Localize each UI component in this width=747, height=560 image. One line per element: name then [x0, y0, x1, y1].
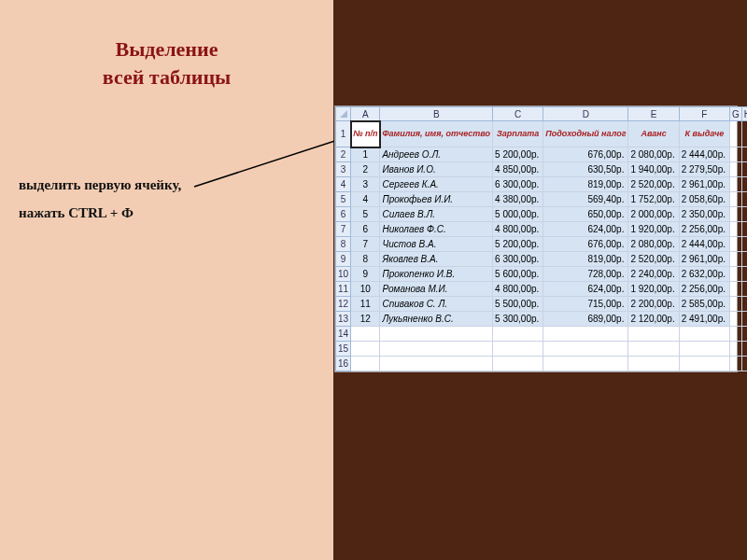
cell[interactable]: 7: [351, 237, 380, 252]
cell[interactable]: [729, 192, 741, 207]
cell[interactable]: 819,00р.: [543, 177, 628, 192]
cell[interactable]: Иванов И.О.: [380, 162, 493, 177]
cell[interactable]: Яковлев В.А.: [380, 252, 493, 267]
cell[interactable]: 1 752,00р.: [628, 192, 679, 207]
cell[interactable]: К выдаче: [679, 121, 729, 147]
cell[interactable]: [628, 342, 679, 357]
cell[interactable]: 4: [351, 192, 380, 207]
cell[interactable]: Николаев Ф.С.: [380, 222, 493, 237]
cell[interactable]: Аванс: [628, 121, 679, 147]
cell[interactable]: Прокопенко И.В.: [380, 267, 493, 282]
cell[interactable]: [543, 327, 628, 342]
cell[interactable]: [741, 297, 747, 312]
cell[interactable]: [543, 357, 628, 371]
cell[interactable]: 6: [351, 222, 380, 237]
cell[interactable]: 2 585,00р.: [679, 297, 729, 312]
cell[interactable]: 650,00р.: [543, 207, 628, 222]
col-header[interactable]: D: [543, 107, 628, 121]
cell[interactable]: 819,00р.: [543, 252, 628, 267]
col-header[interactable]: A: [351, 107, 380, 121]
cell[interactable]: [729, 252, 741, 267]
cell[interactable]: Силаев В.Л.: [380, 207, 493, 222]
cell[interactable]: [741, 222, 747, 237]
cell[interactable]: [679, 357, 729, 371]
cell[interactable]: [729, 147, 741, 162]
cell[interactable]: 9: [351, 267, 380, 282]
cell[interactable]: [380, 357, 493, 371]
cell[interactable]: 624,00р.: [543, 222, 628, 237]
cell[interactable]: 4 380,00р.: [493, 192, 543, 207]
cell[interactable]: [741, 192, 747, 207]
row-header[interactable]: 4: [336, 177, 351, 192]
cell[interactable]: [729, 222, 741, 237]
cell[interactable]: 5 000,00р.: [493, 207, 543, 222]
cell[interactable]: 2 000,00р.: [628, 207, 679, 222]
cell[interactable]: 4 800,00р.: [493, 282, 543, 297]
cell[interactable]: [380, 342, 493, 357]
cell[interactable]: [741, 147, 747, 162]
cell[interactable]: [729, 297, 741, 312]
cell[interactable]: [741, 237, 747, 252]
cell[interactable]: [679, 342, 729, 357]
cell[interactable]: 3: [351, 177, 380, 192]
cell[interactable]: Романова М.И.: [380, 282, 493, 297]
cell[interactable]: 2 491,00р.: [679, 312, 729, 327]
cell[interactable]: 2 444,00р.: [679, 147, 729, 162]
cell-a1[interactable]: № п/п: [351, 121, 380, 147]
cell[interactable]: 2 279,50р.: [679, 162, 729, 177]
row-header[interactable]: 2: [336, 147, 351, 162]
cell[interactable]: [493, 327, 543, 342]
cell[interactable]: 569,40р.: [543, 192, 628, 207]
cell[interactable]: 1 920,00р.: [628, 222, 679, 237]
cell[interactable]: [741, 327, 747, 342]
cell[interactable]: 2 080,00р.: [628, 147, 679, 162]
row-header[interactable]: 3: [336, 162, 351, 177]
cell[interactable]: 5: [351, 207, 380, 222]
cell[interactable]: [628, 357, 679, 371]
cell[interactable]: Фамилия, имя, отчество: [380, 121, 493, 147]
cell[interactable]: [351, 327, 380, 342]
cell[interactable]: 2 240,00р.: [628, 267, 679, 282]
cell[interactable]: [729, 237, 741, 252]
cell[interactable]: [741, 207, 747, 222]
cell[interactable]: [493, 342, 543, 357]
cell[interactable]: 715,00р.: [543, 297, 628, 312]
cell[interactable]: [729, 267, 741, 282]
cell[interactable]: 6 300,00р.: [493, 252, 543, 267]
row-header[interactable]: 6: [336, 207, 351, 222]
cell[interactable]: 2 632,00р.: [679, 267, 729, 282]
cell[interactable]: [729, 327, 741, 342]
cell[interactable]: [741, 357, 747, 371]
cell[interactable]: Прокофьев И.И.: [380, 192, 493, 207]
cell[interactable]: 2 200,00р.: [628, 297, 679, 312]
cell[interactable]: 630,50р.: [543, 162, 628, 177]
cell[interactable]: 2 256,00р.: [679, 222, 729, 237]
cell[interactable]: 5 600,00р.: [493, 267, 543, 282]
cell[interactable]: Сергеев К.А.: [380, 177, 493, 192]
cell[interactable]: 2 961,00р.: [679, 252, 729, 267]
cell[interactable]: [729, 121, 741, 147]
row-header[interactable]: 14: [336, 327, 351, 342]
row-header[interactable]: 11: [336, 282, 351, 297]
cell[interactable]: 5 500,00р.: [493, 297, 543, 312]
cell[interactable]: 5 300,00р.: [493, 312, 543, 327]
cell[interactable]: Чистов В.А.: [380, 237, 493, 252]
cell[interactable]: 2 256,00р.: [679, 282, 729, 297]
cell[interactable]: [729, 207, 741, 222]
cell[interactable]: 2 120,00р.: [628, 312, 679, 327]
cell[interactable]: [729, 312, 741, 327]
row-header[interactable]: 16: [336, 357, 351, 371]
cell[interactable]: 4 800,00р.: [493, 222, 543, 237]
cell[interactable]: 5 200,00р.: [493, 237, 543, 252]
cell[interactable]: [741, 312, 747, 327]
row-header[interactable]: 12: [336, 297, 351, 312]
cell[interactable]: 5 200,00р.: [493, 147, 543, 162]
cell[interactable]: [741, 267, 747, 282]
cell[interactable]: 2: [351, 162, 380, 177]
cell[interactable]: [351, 342, 380, 357]
select-all-corner[interactable]: [336, 107, 351, 121]
cell[interactable]: [543, 342, 628, 357]
cell[interactable]: 4 850,00р.: [493, 162, 543, 177]
col-header[interactable]: E: [628, 107, 679, 121]
cell[interactable]: [741, 252, 747, 267]
